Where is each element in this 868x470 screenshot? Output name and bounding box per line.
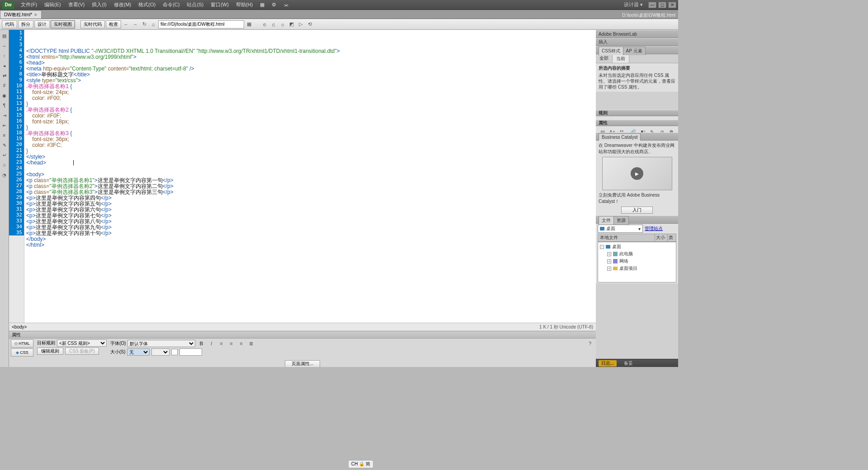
code-line[interactable]: <p>这里是举例文字内容第四句</p> [26,195,596,201]
status-log[interactable]: 日志... [599,360,617,367]
expand-icon[interactable]: + [607,252,611,256]
browse-icon[interactable]: ▦ [245,20,253,28]
layout-icon[interactable]: ▦ [258,1,266,9]
manage-sites-link[interactable]: 管理站点 [645,226,663,232]
tool-icon-5[interactable]: ▷ [297,20,305,28]
insert-panel-header[interactable]: 插入 [596,38,678,46]
align-right-icon[interactable]: ≡ [237,339,245,348]
tool-wrap-icon[interactable]: ↵ [0,151,9,159]
refresh-icon[interactable]: ↻ [140,20,148,28]
code-editor[interactable]: 1234567891011121314151617181920212223242… [9,30,596,323]
code-line[interactable] [26,166,596,172]
inspect-button[interactable]: 检查 [106,20,121,28]
code-line[interactable]: } [26,125,596,131]
code-line[interactable]: </html> [26,242,596,248]
maximize-button[interactable]: ◻ [658,2,666,8]
home-icon[interactable]: ⌂ [149,20,157,28]
menu-3[interactable]: 插入(I) [88,1,110,8]
menu-4[interactable]: 修改(M) [110,1,135,8]
tool-comment-icon[interactable]: ✎ [0,141,9,149]
files-tab[interactable]: 文件 [599,216,614,225]
tree-root[interactable]: −桌面 [599,243,675,250]
code-line[interactable]: <p>这里是举例文字内容第十句</p> [26,230,596,236]
tool-icon-3[interactable]: ☼ [278,20,287,28]
tool-line-numbers-icon[interactable]: # [0,81,9,89]
code-line[interactable]: <title>举例标题文字</title> [26,72,596,78]
tool-balance-icon[interactable]: ⇄ [0,71,9,80]
menu-7[interactable]: 站点(S) [183,1,207,8]
code-line[interactable]: </style> [26,154,596,160]
tool-outdent-icon[interactable]: ⇤ [0,121,9,129]
file-tree[interactable]: −桌面 +此电脑 +网络 +桌面项目 [598,242,676,282]
target-rule-select[interactable]: <新 CSS 规则> [57,339,107,347]
tree-item-desktop[interactable]: +桌面项目 [599,265,675,272]
tool-highlight-icon[interactable]: ◉ [0,91,9,99]
code-line[interactable]: } [26,148,596,154]
code-view-button[interactable]: 代码 [2,20,17,28]
site-dropdown[interactable]: 桌面▾ [598,225,643,233]
code-line[interactable]: <html xmlns="http://www.w3.org/1999/xhtm… [26,54,596,60]
workspace-switcher[interactable]: 设计器 ▾ [624,1,643,8]
document-tab[interactable]: DW教程.html* ✕ [0,10,42,19]
menu-2[interactable]: 查看(V) [65,1,89,8]
css-styles-tab[interactable]: CSS样式 [599,47,623,55]
tool-icon-4[interactable]: ◩ [288,20,296,28]
bc-start-button[interactable]: 入门 [621,207,653,214]
tree-item-computer[interactable]: +此电脑 [599,250,675,258]
menu-5[interactable]: 格式(O) [135,1,159,8]
code-line[interactable]: <style type="text/css"> [26,78,596,84]
menu-9[interactable]: 帮助(H) [232,1,256,8]
css-all-tab[interactable]: 全部 [596,54,612,63]
extension-icon[interactable]: ⫘ [282,1,290,9]
business-catalyst-header[interactable]: Business Catalyst [596,132,678,141]
tool-format-icon[interactable]: ≡ [0,131,9,139]
page-properties-button[interactable]: 页面属性... [285,360,320,367]
browserlab-panel-header[interactable]: Adobe BrowserLab [596,30,678,38]
code-line[interactable]: font-size: 24px; [26,89,596,95]
gear-icon[interactable]: ⚙ [270,1,278,9]
code-line[interactable]: color: #3FC; [26,142,596,148]
align-center-icon[interactable]: ≡ [227,339,235,348]
align-justify-icon[interactable]: ≣ [247,339,255,348]
edit-rule-button[interactable]: 编辑规则 [37,348,63,355]
close-button[interactable]: ✕ [668,2,676,8]
expand-icon[interactable]: + [607,267,611,271]
code-area[interactable]: <!DOCTYPE html PUBLIC "-//W3C//DTD XHTML… [24,30,596,323]
bc-video-thumbnail[interactable]: ▶ [602,157,672,190]
bold-icon[interactable]: B [197,339,205,348]
code-line[interactable]: color: #F0F; [26,113,596,119]
code-line[interactable]: color: #F00; [26,95,596,101]
ap-elements-tab[interactable]: AP 元素 [623,47,646,55]
tool-snippets-icon[interactable]: ☆ [0,161,9,169]
code-line[interactable]: </body> [26,236,596,242]
code-line[interactable]: <p>这里是举例文字内容第七句</p> [26,213,596,219]
code-line[interactable]: </head> [26,160,596,166]
html-mode-button[interactable]: ◇HTML [11,339,33,348]
code-line[interactable] [26,248,596,254]
css-current-tab[interactable]: 当前 [612,54,629,63]
tool-syntax-icon[interactable]: ¶ [0,101,9,109]
address-input[interactable] [158,20,244,28]
code-line[interactable]: .举例选择器名称2 { [26,107,596,113]
menu-6[interactable]: 命令(C) [159,1,183,8]
tool-icon-2[interactable]: ⎌ [269,20,278,28]
size-select[interactable]: 无 [127,348,150,356]
expand-icon[interactable]: − [600,245,604,249]
tool-collapse-icon[interactable]: ↔ [0,42,9,50]
code-line[interactable]: .举例选择器名称3 { [26,131,596,136]
css-mode-button[interactable]: ◆CSS [11,348,33,357]
color-swatch[interactable] [171,349,178,355]
tool-icon-1[interactable]: ⎋ [260,20,269,28]
code-line[interactable]: <p>这里是举例文字内容第九句</p> [26,225,596,230]
tree-item-network[interactable]: +网络 [599,258,675,265]
menu-1[interactable]: 编辑(E) [41,1,65,8]
code-line[interactable]: font-size: 36px; [26,136,596,142]
tool-icon-6[interactable]: ⟲ [306,20,314,28]
menu-0[interactable]: 文件(F) [17,1,41,8]
nav-back-icon[interactable]: ← [122,20,130,28]
assets-tab[interactable]: 资源 [613,216,629,225]
tool-select-parent-icon[interactable]: ◂ [0,61,9,70]
tool-open-docs-icon[interactable]: ▤ [0,32,9,40]
nav-forward-icon[interactable]: → [131,20,139,28]
split-view-button[interactable]: 拆分 [18,20,33,28]
